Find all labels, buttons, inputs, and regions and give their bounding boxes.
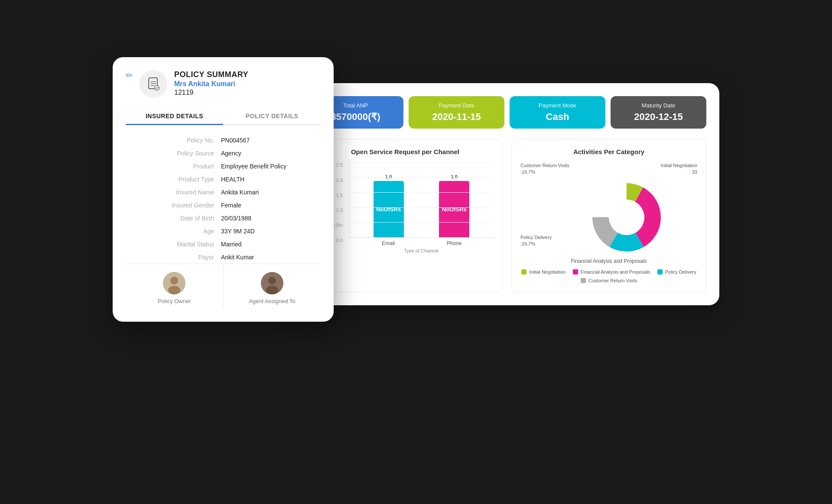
svg-point-8 bbox=[170, 277, 178, 284]
agent-row: Policy Owner Agent Assigned To bbox=[126, 264, 321, 309]
table-row: Marital Status Married bbox=[126, 238, 321, 251]
svg-point-9 bbox=[168, 286, 180, 294]
policy-tabs: INSURED DETAILS POLICY DETAILS bbox=[126, 108, 321, 125]
stat-payment-mode: Payment Mode Cash bbox=[510, 96, 605, 129]
svg-point-12 bbox=[266, 286, 278, 294]
policy-owner-avatar-svg bbox=[163, 272, 185, 294]
dashboard-card: Total ANP 8570000(₹) Payment Date 2020-1… bbox=[295, 83, 719, 305]
policy-icon-wrap bbox=[140, 70, 167, 98]
donut-label-initial-negotiation: Initial Negotiation: 33 bbox=[661, 162, 697, 176]
edit-icon[interactable]: ✏ bbox=[126, 70, 133, 81]
donut-chart-title: Activities Per Category bbox=[520, 148, 697, 155]
agent-assigned-label: Agent Assigned To bbox=[249, 298, 295, 304]
stats-row: Total ANP 8570000(₹) Payment Date 2020-1… bbox=[308, 96, 706, 129]
table-row: Payor Ankit Kumar bbox=[126, 251, 321, 264]
donut-label-policy-delivery: Policy Delivery:16.7% bbox=[520, 234, 552, 248]
table-row: Date of Birth 20/03/1988 bbox=[126, 212, 321, 225]
policy-details-table: Policy No. PN004567 Policy Source Agency… bbox=[126, 134, 321, 264]
policy-holder-name: Mrs Ankita Kumari bbox=[174, 80, 248, 88]
donut-chart-container: Customer Return Visits:16.7% Initial Neg… bbox=[520, 162, 697, 283]
bar-email: 1.0 NoOfSRs bbox=[362, 174, 415, 237]
table-row: Insured Name Ankita Kumari bbox=[126, 186, 321, 199]
scene: Total ANP 8570000(₹) Payment Date 2020-1… bbox=[113, 57, 719, 447]
donut-chart-box: Activities Per Category Customer Return … bbox=[511, 139, 706, 292]
agent-assigned-cell: Agent Assigned To bbox=[224, 264, 321, 309]
policy-owner-cell: Policy Owner bbox=[126, 264, 224, 309]
policy-owner-label: Policy Owner bbox=[158, 298, 191, 304]
bar-chart-title: Open Service Request per Channel bbox=[317, 148, 494, 155]
table-row: Insured Gender Female bbox=[126, 199, 321, 212]
donut-label-customer-return: Customer Return Visits:16.7% bbox=[520, 162, 569, 176]
svg-point-4 bbox=[609, 200, 644, 235]
tab-insured-details[interactable]: INSURED DETAILS bbox=[126, 108, 223, 125]
donut-legend: Initial Negotiation Financial Analysis a… bbox=[520, 269, 697, 283]
avatar bbox=[261, 272, 283, 294]
table-row: Age 33Y 9M 24D bbox=[126, 225, 321, 238]
donut-segment-label: Financial Analysis and Proposals bbox=[571, 258, 647, 264]
charts-row: Open Service Request per Channel Total N… bbox=[308, 139, 706, 292]
policy-document-icon bbox=[146, 76, 161, 92]
table-row: Product Type HEALTH bbox=[126, 173, 321, 186]
table-row: Product Employee Benefit Policy bbox=[126, 160, 321, 173]
bar-phone: 1.0 NoOfSRs bbox=[428, 174, 481, 237]
table-row: Policy No. PN004567 bbox=[126, 134, 321, 147]
avatar bbox=[163, 272, 185, 294]
donut-svg bbox=[588, 178, 666, 256]
table-row: Policy Source Agency bbox=[126, 147, 321, 160]
bar-chart-box: Open Service Request per Channel Total N… bbox=[308, 139, 503, 292]
stat-maturity-date: Maturity Date 2020-12-15 bbox=[611, 96, 706, 129]
policy-title-block: POLICY SUMMARY Mrs Ankita Kumari 12119 bbox=[174, 70, 248, 97]
policy-summary-label: POLICY SUMMARY bbox=[174, 70, 248, 79]
svg-point-11 bbox=[268, 277, 276, 284]
stat-payment-date: Payment Date 2020-11-15 bbox=[409, 96, 504, 129]
tab-policy-details[interactable]: POLICY DETAILS bbox=[223, 108, 321, 124]
policy-id: 12119 bbox=[174, 89, 248, 97]
agent-avatar-svg bbox=[261, 272, 283, 294]
policy-card: ✏ POLICY SUMMARY Mrs Ankita Kumari 12119… bbox=[113, 57, 334, 322]
policy-card-header: ✏ POLICY SUMMARY Mrs Ankita Kumari 12119 bbox=[126, 70, 321, 98]
